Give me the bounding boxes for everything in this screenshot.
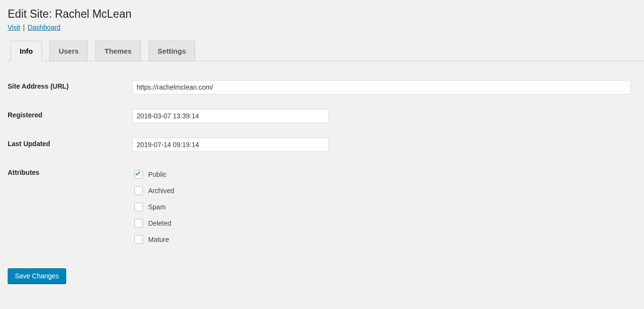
attribute-checkbox-deleted[interactable]	[134, 219, 143, 228]
attribute-row-deleted: Deleted	[132, 215, 639, 231]
save-changes-button[interactable]: Save Changes	[8, 268, 66, 284]
tab-bar: Info Users Themes Settings	[8, 41, 644, 61]
separator: |	[22, 23, 26, 31]
attribute-label-archived[interactable]: Archived	[148, 187, 174, 195]
registered-input[interactable]	[132, 109, 329, 123]
attribute-row-archived: Archived	[132, 183, 639, 199]
last-updated-label: Last Updated	[8, 130, 132, 159]
attribute-row-mature: Mature	[132, 231, 639, 248]
attributes-cell: Public Archived Spam Deleted Mature	[132, 159, 644, 255]
last-updated-input[interactable]	[132, 137, 329, 152]
visit-link[interactable]: Visit	[8, 23, 20, 31]
attribute-checkbox-mature[interactable]	[134, 235, 143, 244]
attribute-label-deleted[interactable]: Deleted	[148, 219, 171, 227]
registered-label: Registered	[8, 102, 132, 130]
attribute-checkbox-public[interactable]	[134, 170, 143, 179]
attribute-checkbox-archived[interactable]	[134, 186, 143, 195]
attribute-label-spam[interactable]: Spam	[148, 203, 166, 211]
attribute-label-mature[interactable]: Mature	[148, 236, 169, 243]
attributes-label: Attributes	[8, 159, 132, 255]
page-title: Edit Site: Rachel McLean	[8, 5, 644, 21]
tab-info[interactable]: Info	[11, 41, 42, 61]
attribute-row-public: Public	[132, 166, 639, 183]
dashboard-link[interactable]: Dashboard	[28, 23, 61, 31]
attribute-checkbox-spam[interactable]	[134, 203, 143, 211]
site-address-label: Site Address (URL)	[8, 73, 132, 102]
subtitle-links: Visit | Dashboard	[8, 23, 644, 31]
tab-settings[interactable]: Settings	[149, 41, 195, 61]
attribute-label-public[interactable]: Public	[148, 171, 166, 178]
tab-themes[interactable]: Themes	[95, 41, 141, 61]
site-address-input[interactable]	[132, 80, 631, 94]
tab-users[interactable]: Users	[49, 41, 88, 61]
form-table: Site Address (URL) Registered Last Updat…	[8, 73, 644, 255]
attribute-row-spam: Spam	[132, 199, 639, 215]
